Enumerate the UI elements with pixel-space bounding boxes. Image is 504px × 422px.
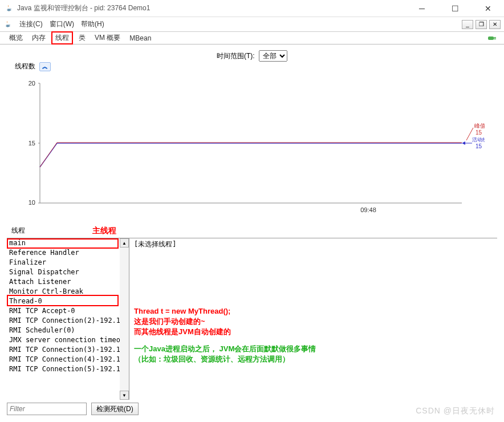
thread-list[interactable]: main Reference Handler Finalizer Signal …	[7, 238, 120, 400]
menu-window[interactable]: 窗口(W)	[46, 18, 78, 30]
svg-text:15: 15	[475, 143, 482, 149]
svg-text:10: 10	[29, 199, 35, 206]
list-item[interactable]: Thread-0	[7, 297, 120, 306]
watermark: CSDN @日夜无休时	[416, 406, 495, 416]
filter-bar: 检测死锁(D)	[7, 403, 139, 415]
java-icon-small	[3, 20, 13, 29]
svg-marker-11	[462, 141, 465, 145]
annotation-red-3: 而其他线程是JVM自动创建的	[134, 327, 493, 337]
list-item[interactable]: RMI TCP Connection(5)-192.168.	[7, 364, 120, 374]
thread-count-chart-panel: 线程数 ︽ 20 15 10 09:48	[6, 66, 498, 220]
thread-list-scrollbar[interactable]: ▲ ▼	[120, 238, 129, 400]
thread-filter-input[interactable]	[7, 403, 87, 415]
list-item[interactable]: main	[7, 238, 120, 248]
thread-detail-empty: [未选择线程]	[134, 240, 493, 249]
minimize-button[interactable]: ─	[410, 2, 433, 15]
list-item[interactable]: Reference Handler	[7, 248, 120, 258]
list-item[interactable]: Signal Dispatcher	[7, 267, 120, 277]
list-item[interactable]: Monitor Ctrl-Break	[7, 287, 120, 297]
list-item[interactable]: RMI TCP Connection(2)-192.168.	[7, 316, 120, 326]
svg-text:15: 15	[29, 140, 35, 147]
menubar: 连接(C) 窗口(W) 帮助(H) _ ❐ ✕	[0, 17, 504, 32]
main-tabs: 概览 内存 线程 类 VM 概要 MBean	[0, 32, 504, 44]
thread-detail-panel: [未选择线程] Thread t = new MyThread(); 这是我们手…	[129, 238, 497, 400]
java-icon	[5, 4, 14, 13]
window-title-bar: Java 监视和管理控制台 - pid: 23764 Demo1 ─ ☐ ✕	[0, 0, 504, 17]
list-item[interactable]: RMI TCP Connection(4)-192.168.	[7, 355, 120, 364]
thread-list-tab[interactable]: 线程	[7, 225, 30, 237]
mdi-window-controls: _ ❐ ✕	[462, 20, 501, 29]
svg-rect-0	[488, 36, 494, 40]
annotation-main-thread: 主线程	[92, 226, 116, 236]
tab-mbean[interactable]: MBean	[126, 33, 155, 43]
detect-deadlock-button[interactable]: 检测死锁(D)	[91, 403, 139, 415]
list-item[interactable]: RMI TCP Accept-0	[7, 306, 120, 316]
menu-connect[interactable]: 连接(C)	[16, 18, 46, 30]
time-range-select[interactable]: 全部	[259, 50, 287, 62]
annotation-red-1: Thread t = new MyThread();	[134, 306, 493, 316]
menu-help[interactable]: 帮助(H)	[78, 18, 108, 30]
list-item[interactable]: RMI TCP Connection(3)-192.168.	[7, 345, 120, 355]
list-item[interactable]: RMI Scheduler(0)	[7, 326, 120, 335]
window-controls: ─ ☐ ✕	[410, 2, 499, 15]
list-item[interactable]: JMX server connection timeout	[7, 335, 120, 345]
tab-vm[interactable]: VM 概要	[91, 32, 124, 44]
connection-status-icon	[487, 34, 498, 42]
mdi-close-button[interactable]: ✕	[489, 20, 501, 29]
thread-list-panel: 线程 主线程 main Reference Handler Finalizer …	[0, 225, 504, 400]
svg-text:活动线程: 活动线程	[472, 137, 485, 143]
window-title: Java 监视和管理控制台 - pid: 23764 Demo1	[17, 3, 410, 13]
svg-text:20: 20	[29, 80, 35, 87]
thread-count-chart: 20 15 10 09:48 峰值 15 活动线程 15	[23, 72, 485, 220]
scroll-down-button[interactable]: ▼	[120, 391, 129, 400]
svg-rect-1	[494, 37, 496, 38]
tab-overview[interactable]: 概览	[6, 32, 26, 44]
list-item[interactable]: Finalizer	[7, 258, 120, 267]
scroll-up-button[interactable]: ▲	[120, 238, 129, 247]
chart-x-tick: 09:48	[360, 206, 376, 213]
mdi-restore-button[interactable]: ❐	[475, 20, 487, 29]
tab-threads[interactable]: 线程	[51, 31, 73, 44]
list-item[interactable]: Attach Listener	[7, 277, 120, 287]
close-button[interactable]: ✕	[477, 2, 499, 15]
tab-classes[interactable]: 类	[75, 32, 89, 44]
svg-text:峰值: 峰值	[474, 123, 485, 129]
annotation-red-2: 这是我们手动创建的~	[134, 316, 493, 327]
svg-text:15: 15	[475, 129, 482, 136]
annotation-green-2: （比如：垃圾回收、资源统计、远程方法调用）	[134, 354, 493, 364]
tab-memory[interactable]: 内存	[29, 32, 49, 44]
mdi-minimize-button[interactable]: _	[462, 20, 473, 29]
annotation-green-1: 一个Java进程启动之后， JVM会在后面默默做很多事情	[134, 344, 493, 354]
svg-rect-2	[494, 38, 496, 39]
time-range-row: 时间范围(T): 全部	[6, 50, 498, 62]
maximize-button[interactable]: ☐	[444, 2, 466, 15]
time-range-label: 时间范围(T):	[217, 52, 255, 60]
